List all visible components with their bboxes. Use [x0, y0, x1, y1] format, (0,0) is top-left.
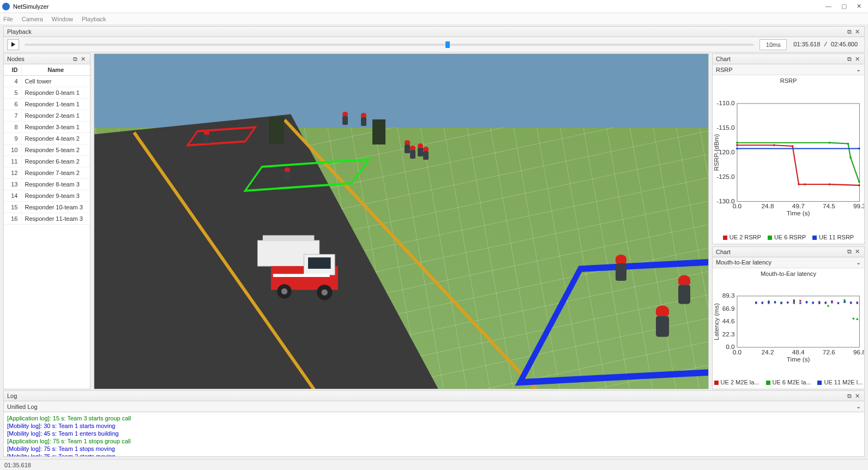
responder — [359, 113, 368, 126]
svg-rect-91 — [837, 302, 839, 304]
responder — [674, 275, 694, 304]
responder — [341, 112, 349, 125]
svg-rect-32 — [829, 142, 830, 143]
svg-text:44.6: 44.6 — [722, 317, 735, 324]
undock-icon[interactable]: ⧉ — [846, 393, 853, 400]
svg-rect-11 — [737, 104, 860, 202]
table-row[interactable]: 8Responder 3-team 1 — [4, 122, 90, 133]
nodes-col-id[interactable]: ID — [4, 64, 21, 76]
menu-playback[interactable]: Playback — [82, 16, 106, 22]
log-line: [Mobility log]: 75 s: Team 2 starts movi… — [7, 453, 861, 457]
undock-icon[interactable]: ⧉ — [846, 28, 853, 35]
table-row[interactable]: 16Responder 11-team 3 — [4, 213, 90, 225]
svg-rect-24 — [736, 144, 738, 146]
svg-text:49.7: 49.7 — [792, 202, 805, 209]
legend-item: UE 2 M2E la... — [714, 379, 760, 385]
table-row[interactable]: 10Responder 5-team 2 — [4, 144, 90, 156]
titlebar: NetSimulyzer — ▢ ✕ — [0, 0, 868, 13]
fire-truck — [247, 212, 351, 305]
svg-rect-74 — [827, 305, 829, 306]
step-input[interactable]: 10ms — [760, 39, 787, 50]
svg-rect-26 — [792, 145, 793, 147]
svg-rect-81 — [774, 302, 776, 303]
table-row[interactable]: 11Responder 6-team 2 — [4, 156, 90, 167]
playback-toolbar: 10ms 01:35.618 / 02:45.800 — [3, 37, 865, 52]
table-row[interactable]: 9Responder 4-team 2 — [4, 133, 90, 144]
table-row[interactable]: 5Responder 0-team 1 — [4, 87, 90, 99]
minimize-button[interactable]: — — [825, 3, 831, 10]
svg-rect-6 — [273, 274, 330, 277]
menubar: FileCameraWindowPlayback — [0, 13, 868, 25]
chart-title-label: Chart — [716, 56, 731, 62]
table-row[interactable]: 7Responder 2-team 1 — [4, 110, 90, 122]
svg-rect-5 — [308, 257, 331, 269]
responder — [283, 167, 292, 180]
chart-title-label: Chart — [716, 249, 731, 255]
close-icon[interactable]: ✕ — [853, 248, 861, 255]
log-line: [Application log]: 15 s: Team 3 starts g… — [7, 414, 861, 422]
chevron-down-icon: ⌄ — [856, 403, 861, 410]
table-row[interactable]: 14Responder 9-team 3 — [4, 190, 90, 202]
undock-icon[interactable]: ⧉ — [846, 248, 853, 255]
svg-rect-90 — [831, 300, 833, 302]
nodes-col-name[interactable]: Name — [21, 64, 90, 76]
log-selector[interactable]: Unified Log⌄ — [3, 401, 865, 412]
menu-file[interactable]: File — [3, 16, 13, 22]
chart-panel-latency: Chart ⧉ ✕ Mouth-to-Ear latency⌄ Mouth-to… — [712, 246, 865, 389]
svg-rect-33 — [847, 143, 849, 144]
table-row[interactable]: 4Cell tower — [4, 76, 90, 87]
playback-panel-header: Playback ⧉ ✕ — [3, 26, 865, 37]
play-button[interactable] — [7, 39, 19, 50]
table-row[interactable]: 12Responder 7-team 2 — [4, 167, 90, 179]
svg-rect-35 — [858, 181, 860, 183]
close-button[interactable]: ✕ — [857, 3, 861, 10]
svg-rect-80 — [768, 301, 769, 303]
svg-text:24.2: 24.2 — [762, 348, 774, 355]
svg-text:-125.0: -125.0 — [716, 173, 735, 180]
menu-camera[interactable]: Camera — [22, 16, 43, 22]
app-icon — [2, 3, 10, 10]
svg-rect-83 — [787, 302, 788, 303]
legend-item: UE 2 RSRP — [723, 234, 761, 240]
svg-rect-28 — [804, 183, 806, 185]
seek-thumb[interactable] — [445, 41, 450, 48]
svg-text:24.8: 24.8 — [762, 202, 774, 209]
log-output[interactable]: [Application log]: 15 s: Team 3 starts g… — [3, 412, 865, 457]
table-row[interactable]: 15Responder 10-team 3 — [4, 202, 90, 213]
close-icon[interactable]: ✕ — [853, 28, 861, 35]
svg-rect-94 — [857, 302, 858, 304]
chart-panel-rsrp: Chart ⧉ ✕ RSRP⌄ RSRP -130.0-125.0-120.0-… — [712, 53, 865, 244]
seek-slider[interactable] — [25, 44, 754, 46]
svg-text:RSRP (dBm): RSRP (dBm) — [713, 134, 720, 171]
close-icon[interactable]: ✕ — [853, 393, 861, 400]
maximize-button[interactable]: ▢ — [841, 3, 847, 10]
svg-point-10 — [322, 290, 328, 296]
undock-icon[interactable]: ⧉ — [846, 56, 853, 63]
chart2-legend: UE 2 M2E la...UE 6 M2E la...UE 11 M2E l.… — [713, 377, 864, 389]
log-title: Log — [7, 393, 17, 399]
svg-rect-57 — [793, 302, 795, 304]
svg-rect-85 — [799, 302, 801, 304]
menu-window[interactable]: Window — [52, 16, 73, 22]
close-icon[interactable]: ✕ — [79, 56, 87, 63]
scene-viewport[interactable] — [94, 53, 709, 389]
table-row[interactable]: 6Responder 1-team 1 — [4, 99, 90, 110]
chart-selector[interactable]: Mouth-to-Ear latency⌄ — [713, 257, 864, 268]
status-time: 01:35.618 — [4, 462, 31, 468]
close-icon[interactable]: ✕ — [853, 56, 861, 63]
statusbar: 01:35.618 — [0, 459, 868, 470]
app-title: NetSimulyzer — [13, 3, 49, 10]
log-line: [Mobility log]: 30 s: Team 1 starts movi… — [7, 422, 861, 430]
chart-selector[interactable]: RSRP⌄ — [713, 64, 864, 75]
svg-rect-79 — [762, 302, 763, 304]
nodes-panel: Nodes ⧉ ✕ ID Name 4Cell tower5Responder … — [3, 53, 91, 389]
playback-title: Playback — [7, 28, 32, 35]
svg-text:Latency (ms): Latency (ms) — [713, 303, 720, 340]
svg-rect-29 — [829, 183, 830, 185]
table-row[interactable]: 13Responder 8-team 3 — [4, 179, 90, 190]
undock-icon[interactable]: ⧉ — [71, 56, 79, 63]
nodes-table[interactable]: ID Name 4Cell tower5Responder 0-team 16R… — [3, 64, 91, 389]
svg-text:0.0: 0.0 — [733, 202, 742, 209]
svg-text:96.8: 96.8 — [853, 348, 864, 355]
svg-marker-0 — [11, 42, 15, 47]
